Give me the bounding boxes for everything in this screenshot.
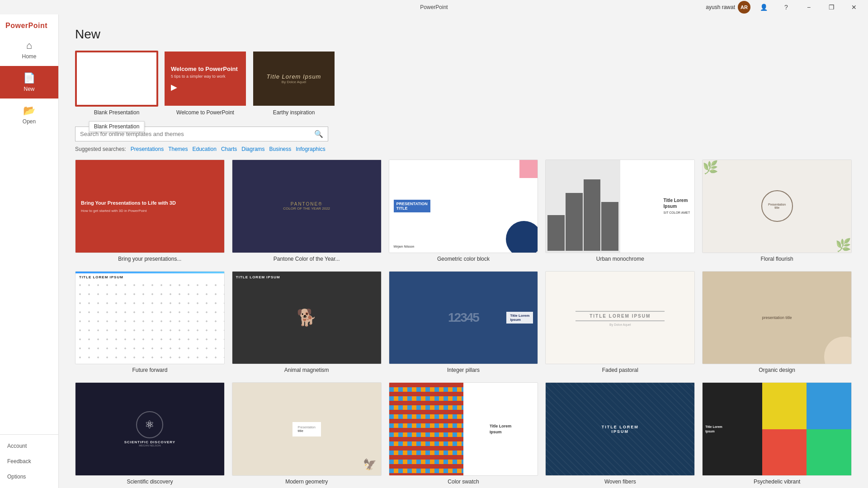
template-card-bring[interactable]: Bring Your Presentations to Life with 3D… — [75, 160, 225, 262]
modern-bird-icon: 🦅 — [363, 458, 377, 471]
floral-icon-br: 🌿 — [835, 238, 851, 253]
faded-thumb: TITLE LOREM IPSUM By Dolce Aquel — [545, 271, 695, 365]
suggest-charts[interactable]: Charts — [221, 146, 237, 152]
profile-button[interactable]: 👤 — [753, 0, 774, 14]
urban-bar-2 — [566, 193, 583, 251]
geo-pink — [519, 160, 538, 178]
close-button[interactable]: ✕ — [844, 0, 864, 14]
sidebar-item-home[interactable]: ⌂ Home — [0, 33, 58, 66]
organic-blob — [824, 337, 851, 364]
geo-text: PRESENTATIONTITLE — [394, 200, 430, 212]
featured-card-earthy[interactable]: Title Lorem Ipsum By Dolce Aquel Earthy … — [252, 51, 335, 116]
animal-dog-icon: 🐕 — [297, 308, 317, 327]
animal-title: TITLE LOREM IPSUM — [236, 275, 280, 279]
floral-label: Floral flourish — [702, 256, 852, 262]
psyche-preview: Title LoremIpsum — [703, 383, 851, 475]
sci-name: MEGAN NELSON — [139, 444, 160, 447]
suggest-infographics[interactable]: Infographics — [296, 146, 325, 152]
faded-label: Faded pastoral — [545, 367, 695, 373]
woven-label: Woven fibers — [545, 479, 695, 485]
modern-thumb: Presentation title 🦅 — [232, 382, 382, 476]
sidebar-item-feedback[interactable]: Feedback — [0, 454, 58, 469]
faded-title: TITLE LOREM IPSUM — [590, 314, 651, 319]
woven-preview: TITLE LOREMIPSUM — [546, 383, 694, 475]
floral-icon-tl: 🌿 — [703, 160, 718, 175]
psyche-label: Psychedelic vibrant — [702, 479, 852, 485]
templates-grid: Bring Your Presentations to Life with 3D… — [75, 160, 852, 485]
new-icon: 📄 — [23, 72, 35, 84]
urban-label: Urban monochrome — [545, 256, 695, 262]
sci-circle: ⚛ — [136, 411, 163, 438]
featured-card-blank[interactable]: Blank Presentation Blank Presentation — [75, 51, 158, 116]
sci-title: SCIENTIFIC DISCOVERY — [124, 440, 176, 444]
suggest-presentations[interactable]: Presentations — [131, 146, 164, 152]
scientific-label: Scientific discovery — [75, 479, 225, 485]
psyche-thumb: Title LoremIpsum — [702, 382, 852, 476]
floral-circle: Presentationtitle — [761, 190, 793, 222]
earthy-thumb-wrapper: Title Lorem Ipsum By Dolce Aquel — [252, 51, 335, 107]
home-icon: ⌂ — [26, 40, 32, 52]
geometric-thumb: PRESENTATIONTITLE Mirjam Nilsson — [389, 160, 538, 253]
blank-thumb — [75, 51, 158, 107]
urban-chart — [546, 160, 620, 253]
modern-card-title: title — [298, 429, 316, 433]
open-icon: 📂 — [23, 105, 35, 117]
urban-preview: Title LoremIpsumSIT COLOR AMET — [546, 160, 694, 253]
template-card-organic[interactable]: presentation title Organic design — [702, 271, 852, 374]
scientific-thumb: ⚛ SCIENTIFIC DISCOVERY MEGAN NELSON — [75, 382, 225, 476]
organic-text: presentation title — [762, 315, 792, 320]
pantone-title: PANTONE® — [291, 202, 323, 206]
earthy-title: Title Lorem Ipsum — [267, 73, 321, 80]
faded-bar-bottom — [576, 320, 665, 321]
minimize-button[interactable]: − — [798, 0, 819, 14]
urban-bar-3 — [584, 179, 601, 250]
suggest-themes[interactable]: Themes — [168, 146, 188, 152]
integer-preview: 12345 Title LoremIpsum — [389, 272, 538, 364]
bring-label: Bring your presentations... — [75, 256, 225, 262]
featured-row: Blank Presentation Blank Presentation We… — [75, 51, 852, 116]
pantone-label: Pantone Color of the Year... — [232, 256, 382, 262]
template-card-urban[interactable]: Title LoremIpsumSIT COLOR AMET Urban mon… — [545, 160, 695, 262]
template-card-swatch[interactable]: Title LoremIpsum Color swatch — [389, 382, 538, 485]
template-card-scientific[interactable]: ⚛ SCIENTIFIC DISCOVERY MEGAN NELSON Scie… — [75, 382, 225, 485]
user-avatar[interactable]: AR — [738, 1, 750, 14]
user-name: ayush rawat — [706, 4, 735, 10]
swatch-text: Title LoremIpsum — [490, 423, 511, 435]
template-card-floral[interactable]: 🌿 Presentationtitle 🌿 Floral flourish — [702, 160, 852, 262]
template-card-integer[interactable]: 12345 Title LoremIpsum Integer pillars — [389, 271, 538, 374]
suggest-education[interactable]: Education — [193, 146, 217, 152]
app-body: PowerPoint ⌂ Home 📄 New 📂 Open Account F… — [0, 14, 868, 488]
welcome-sub: 5 tips to a simpler way to work — [171, 74, 226, 79]
search-button[interactable]: 🔍 — [314, 130, 323, 138]
sidebar-item-open[interactable]: 📂 Open — [0, 99, 58, 131]
psyche-right — [762, 383, 851, 475]
template-card-faded[interactable]: TITLE LOREM IPSUM By Dolce Aquel Faded p… — [545, 271, 695, 374]
help-button[interactable]: ? — [776, 0, 797, 14]
template-card-woven[interactable]: TITLE LOREMIPSUM Woven fibers — [545, 382, 695, 485]
geo-circle — [506, 221, 538, 253]
sidebar-item-options[interactable]: Options — [0, 469, 58, 484]
modern-card: Presentation title — [292, 422, 321, 436]
featured-card-welcome[interactable]: Welcome to PowerPoint 5 tips to a simple… — [164, 51, 247, 116]
faded-sub: By Dolce Aquel — [609, 323, 631, 326]
suggest-diagrams[interactable]: Diagrams — [241, 146, 264, 152]
template-card-future[interactable]: TITLE LOREM IPSUM Future forward — [75, 271, 225, 374]
sidebar-item-account[interactable]: Account — [0, 438, 58, 454]
restore-button[interactable]: ❐ — [821, 0, 842, 14]
sidebar-nav: ⌂ Home 📄 New 📂 Open — [0, 33, 58, 434]
future-title: TITLE LOREM IPSUM — [79, 275, 123, 279]
integer-label: Integer pillars — [389, 367, 538, 373]
swatch-right: Title LoremIpsum — [463, 383, 538, 475]
template-card-geometric[interactable]: PRESENTATIONTITLE Mirjam Nilsson Geometr… — [389, 160, 538, 262]
suggest-business[interactable]: Business — [269, 146, 292, 152]
template-card-pantone[interactable]: PANTONE® COLOR OF THE YEAR 2022 Pantone … — [232, 160, 382, 262]
pantone-preview: PANTONE® COLOR OF THE YEAR 2022 — [232, 160, 381, 253]
modern-preview: Presentation title 🦅 — [232, 383, 381, 475]
sci-atom-icon: ⚛ — [145, 418, 155, 431]
sidebar-item-new[interactable]: 📄 New — [0, 66, 58, 99]
welcome-title: Welcome to PowerPoint — [171, 66, 238, 72]
template-card-modern[interactable]: Presentation title 🦅 Modern geometry — [232, 382, 382, 485]
integer-nums: 12345 — [448, 310, 479, 325]
template-card-psyche[interactable]: Title LoremIpsum Psychedelic vibrant — [702, 382, 852, 485]
template-card-animal[interactable]: TITLE LOREM IPSUM 🐕 Animal magnetism — [232, 271, 382, 374]
